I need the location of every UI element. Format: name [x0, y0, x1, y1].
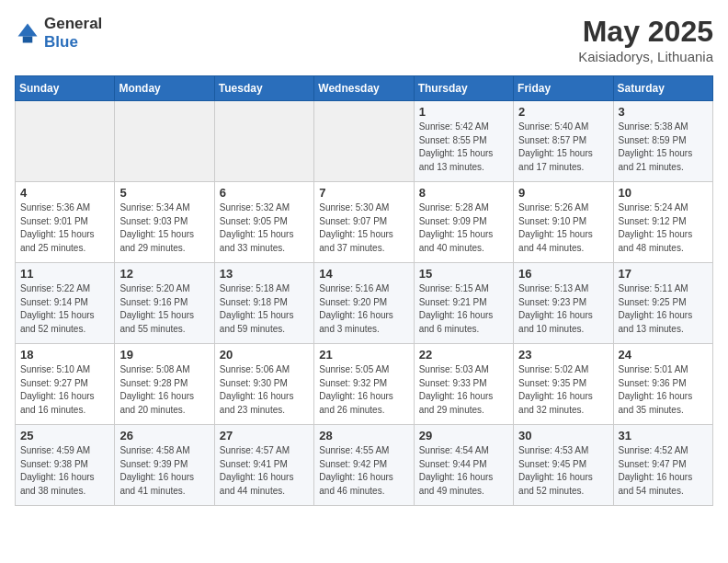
weekday-header-saturday: Saturday: [613, 76, 712, 101]
calendar-week-3: 11Sunrise: 5:22 AMSunset: 9:14 PMDayligh…: [16, 263, 713, 344]
day-detail: Sunrise: 5:28 AMSunset: 9:09 PMDaylight:…: [419, 201, 508, 255]
calendar-cell: 31Sunrise: 4:52 AMSunset: 9:47 PMDayligh…: [613, 425, 712, 506]
calendar-cell: 22Sunrise: 5:03 AMSunset: 9:33 PMDayligh…: [414, 344, 513, 425]
day-number: 22: [419, 348, 508, 362]
day-number: 24: [619, 348, 708, 362]
day-detail: Sunrise: 5:42 AMSunset: 8:55 PMDaylight:…: [419, 121, 508, 174]
day-number: 17: [619, 267, 708, 281]
day-number: 6: [220, 186, 309, 200]
weekday-header-wednesday: Wednesday: [314, 76, 414, 101]
svg-marker-1: [18, 24, 38, 37]
logo-general-text: General: [44, 15, 102, 32]
day-number: 3: [619, 105, 708, 119]
weekday-header-sunday: Sunday: [16, 76, 115, 101]
day-detail: Sunrise: 5:38 AMSunset: 8:59 PMDaylight:…: [619, 121, 708, 174]
day-detail: Sunrise: 4:52 AMSunset: 9:47 PMDaylight:…: [619, 444, 708, 498]
day-detail: Sunrise: 5:16 AMSunset: 9:20 PMDaylight:…: [319, 282, 408, 336]
day-number: 14: [319, 267, 408, 281]
day-number: 11: [20, 267, 109, 281]
calendar-cell: 1Sunrise: 5:42 AMSunset: 8:55 PMDaylight…: [414, 101, 513, 182]
day-detail: Sunrise: 5:11 AMSunset: 9:25 PMDaylight:…: [619, 282, 708, 336]
day-detail: Sunrise: 5:20 AMSunset: 9:16 PMDaylight:…: [119, 282, 209, 336]
day-number: 26: [119, 429, 209, 442]
calendar-cell: 27Sunrise: 4:57 AMSunset: 9:41 PMDayligh…: [214, 425, 313, 506]
logo-icon: [15, 20, 40, 46]
day-number: 21: [319, 348, 408, 362]
day-detail: Sunrise: 4:55 AMSunset: 9:42 PMDaylight:…: [319, 444, 408, 498]
svg-rect-2: [23, 37, 33, 43]
logo-blue-text: Blue: [44, 33, 78, 51]
day-detail: Sunrise: 4:54 AMSunset: 9:44 PMDaylight:…: [419, 444, 508, 498]
calendar-cell: 18Sunrise: 5:10 AMSunset: 9:27 PMDayligh…: [16, 344, 115, 425]
calendar-cell: 7Sunrise: 5:30 AMSunset: 9:07 PMDaylight…: [314, 182, 414, 263]
day-number: 19: [119, 348, 209, 362]
weekday-header-thursday: Thursday: [414, 76, 513, 101]
weekday-header-monday: Monday: [115, 76, 214, 101]
day-number: 7: [319, 186, 408, 200]
day-detail: Sunrise: 5:36 AMSunset: 9:01 PMDaylight:…: [20, 201, 109, 255]
day-number: 13: [220, 267, 309, 281]
calendar-cell: 23Sunrise: 5:02 AMSunset: 9:35 PMDayligh…: [514, 344, 613, 425]
day-detail: Sunrise: 5:26 AMSunset: 9:10 PMDaylight:…: [518, 201, 608, 255]
calendar-week-2: 4Sunrise: 5:36 AMSunset: 9:01 PMDaylight…: [16, 182, 713, 263]
day-number: 8: [419, 186, 508, 200]
calendar-cell: 3Sunrise: 5:38 AMSunset: 8:59 PMDaylight…: [613, 101, 712, 182]
calendar-cell: 25Sunrise: 4:59 AMSunset: 9:38 PMDayligh…: [16, 425, 115, 506]
day-detail: Sunrise: 5:01 AMSunset: 9:36 PMDaylight:…: [619, 363, 708, 417]
calendar-cell: 6Sunrise: 5:32 AMSunset: 9:05 PMDaylight…: [214, 182, 313, 263]
calendar-cell: 2Sunrise: 5:40 AMSunset: 8:57 PMDaylight…: [514, 101, 613, 182]
month-title: May 2025: [578, 15, 713, 49]
day-number: 23: [518, 348, 608, 362]
calendar-cell: 10Sunrise: 5:24 AMSunset: 9:12 PMDayligh…: [613, 182, 712, 263]
calendar-cell: 16Sunrise: 5:13 AMSunset: 9:23 PMDayligh…: [514, 263, 613, 344]
day-detail: Sunrise: 5:40 AMSunset: 8:57 PMDaylight:…: [518, 121, 608, 174]
day-detail: Sunrise: 4:58 AMSunset: 9:39 PMDaylight:…: [119, 444, 209, 498]
day-detail: Sunrise: 5:08 AMSunset: 9:28 PMDaylight:…: [119, 363, 209, 417]
weekday-header-row: SundayMondayTuesdayWednesdayThursdayFrid…: [16, 76, 713, 101]
calendar-cell: 13Sunrise: 5:18 AMSunset: 9:18 PMDayligh…: [214, 263, 313, 344]
day-detail: Sunrise: 5:05 AMSunset: 9:32 PMDaylight:…: [319, 363, 408, 417]
location-title: Kaisiadorys, Lithuania: [578, 49, 713, 64]
calendar-cell: 19Sunrise: 5:08 AMSunset: 9:28 PMDayligh…: [115, 344, 214, 425]
calendar-cell: 5Sunrise: 5:34 AMSunset: 9:03 PMDaylight…: [115, 182, 214, 263]
calendar-cell: 9Sunrise: 5:26 AMSunset: 9:10 PMDaylight…: [514, 182, 613, 263]
calendar-cell: 29Sunrise: 4:54 AMSunset: 9:44 PMDayligh…: [414, 425, 513, 506]
day-number: 9: [518, 186, 608, 200]
day-number: 25: [20, 429, 109, 442]
day-detail: Sunrise: 4:59 AMSunset: 9:38 PMDaylight:…: [20, 444, 109, 498]
day-detail: Sunrise: 4:53 AMSunset: 9:45 PMDaylight:…: [518, 444, 608, 498]
title-block: May 2025 Kaisiadorys, Lithuania: [578, 15, 713, 64]
calendar-cell: 24Sunrise: 5:01 AMSunset: 9:36 PMDayligh…: [613, 344, 712, 425]
day-number: 31: [619, 429, 708, 442]
calendar-cell: [314, 101, 414, 182]
day-number: 16: [518, 267, 608, 281]
weekday-header-tuesday: Tuesday: [214, 76, 313, 101]
calendar-cell: 21Sunrise: 5:05 AMSunset: 9:32 PMDayligh…: [314, 344, 414, 425]
day-detail: Sunrise: 5:15 AMSunset: 9:21 PMDaylight:…: [419, 282, 508, 336]
day-detail: Sunrise: 5:22 AMSunset: 9:14 PMDaylight:…: [20, 282, 109, 336]
day-detail: Sunrise: 5:18 AMSunset: 9:18 PMDaylight:…: [220, 282, 309, 336]
calendar-cell: 11Sunrise: 5:22 AMSunset: 9:14 PMDayligh…: [16, 263, 115, 344]
day-number: 4: [20, 186, 109, 200]
day-detail: Sunrise: 5:24 AMSunset: 9:12 PMDaylight:…: [619, 201, 708, 255]
calendar-cell: 26Sunrise: 4:58 AMSunset: 9:39 PMDayligh…: [115, 425, 214, 506]
day-number: 2: [518, 105, 608, 119]
calendar-cell: 30Sunrise: 4:53 AMSunset: 9:45 PMDayligh…: [514, 425, 613, 506]
day-number: 10: [619, 186, 708, 200]
day-detail: Sunrise: 5:32 AMSunset: 9:05 PMDaylight:…: [220, 201, 309, 255]
calendar-cell: 8Sunrise: 5:28 AMSunset: 9:09 PMDaylight…: [414, 182, 513, 263]
calendar-week-1: 1Sunrise: 5:42 AMSunset: 8:55 PMDaylight…: [16, 101, 713, 182]
day-number: 28: [319, 429, 408, 442]
calendar-cell: 28Sunrise: 4:55 AMSunset: 9:42 PMDayligh…: [314, 425, 414, 506]
day-number: 12: [119, 267, 209, 281]
day-detail: Sunrise: 5:02 AMSunset: 9:35 PMDaylight:…: [518, 363, 608, 417]
calendar-cell: 17Sunrise: 5:11 AMSunset: 9:25 PMDayligh…: [613, 263, 712, 344]
calendar-week-4: 18Sunrise: 5:10 AMSunset: 9:27 PMDayligh…: [16, 344, 713, 425]
day-number: 5: [119, 186, 209, 200]
calendar-cell: 4Sunrise: 5:36 AMSunset: 9:01 PMDaylight…: [16, 182, 115, 263]
day-number: 1: [419, 105, 508, 119]
day-number: 18: [20, 348, 109, 362]
day-number: 20: [220, 348, 309, 362]
calendar-cell: 20Sunrise: 5:06 AMSunset: 9:30 PMDayligh…: [214, 344, 313, 425]
calendar-cell: 12Sunrise: 5:20 AMSunset: 9:16 PMDayligh…: [115, 263, 214, 344]
